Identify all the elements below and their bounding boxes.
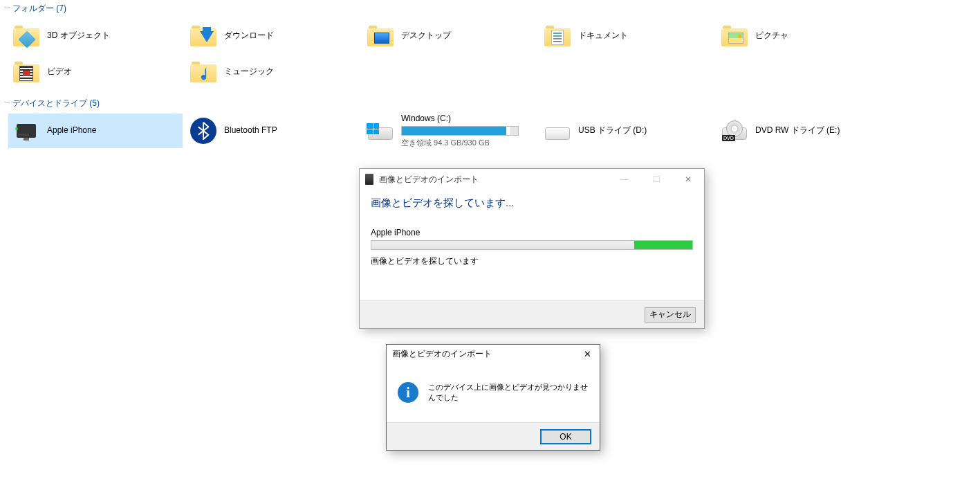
folder-3d-objects[interactable]: 3D オブジェクト xyxy=(8,19,183,53)
folder-icon xyxy=(11,57,41,87)
dialog-title: 画像とビデオのインポート xyxy=(392,348,492,360)
import-dialog: 画像とビデオのインポート ― ☐ ✕ 画像とビデオを探しています... Appl… xyxy=(359,168,705,329)
folder-documents[interactable]: ドキュメント xyxy=(539,19,714,53)
info-icon: i xyxy=(398,382,418,403)
folder-label: ミュージック xyxy=(224,66,274,78)
close-button[interactable]: ✕ xyxy=(672,169,704,190)
folder-label: 3D オブジェクト xyxy=(47,30,110,42)
storage-bar xyxy=(401,126,519,136)
folder-icon xyxy=(188,21,219,51)
drive-windows-c[interactable]: Windows (C:) 空き領域 94.3 GB/930 GB xyxy=(362,114,537,148)
folder-pictures[interactable]: ピクチャ xyxy=(716,19,891,53)
folder-label: ダウンロード xyxy=(224,30,274,42)
folder-label: ビデオ xyxy=(47,66,72,78)
section-title: フォルダー (7) xyxy=(12,3,66,15)
device-name: Apple iPhone xyxy=(371,228,693,237)
folder-desktop[interactable]: デスクトップ xyxy=(362,19,537,53)
drive-label: Bluetooth FTP xyxy=(224,125,277,136)
section-header-drives[interactable]: ﹀ デバイスとドライブ (5) xyxy=(0,95,980,114)
folder-videos[interactable]: ビデオ xyxy=(8,55,183,89)
folder-label: ピクチャ xyxy=(755,30,788,42)
status-text: 画像とビデオを探しています xyxy=(371,255,693,267)
bluetooth-icon xyxy=(188,116,219,146)
drive-icon xyxy=(542,116,573,146)
drive-label: DVD RW ドライブ (E:) xyxy=(755,125,840,136)
folder-music[interactable]: ミュージック xyxy=(185,55,360,89)
chevron-down-icon: ﹀ xyxy=(4,4,11,13)
drives-grid: Apple iPhone Bluetooth FTP Windows (C:) … xyxy=(0,114,980,154)
drive-space: 空き領域 94.3 GB/930 GB xyxy=(401,138,519,148)
drive-label: Apple iPhone xyxy=(47,125,96,136)
drive-bluetooth-ftp[interactable]: Bluetooth FTP xyxy=(185,114,360,148)
phone-icon xyxy=(365,174,373,185)
drive-icon: DVD xyxy=(719,116,750,146)
chevron-down-icon: ﹀ xyxy=(4,99,11,108)
dialog-footer: キャンセル xyxy=(360,300,704,328)
folder-icon xyxy=(542,21,573,51)
progress-bar xyxy=(371,240,693,250)
folder-icon xyxy=(719,21,750,51)
maximize-button: ☐ xyxy=(640,169,672,190)
drive-dvd-e[interactable]: DVD DVD RW ドライブ (E:) xyxy=(716,114,891,148)
device-icon xyxy=(11,116,41,146)
minimize-button[interactable]: ― xyxy=(609,169,640,190)
dialog-title: 画像とビデオのインポート xyxy=(379,174,479,186)
drive-apple-iphone[interactable]: Apple iPhone xyxy=(8,114,183,148)
cancel-button[interactable]: キャンセル xyxy=(645,307,696,323)
section-title: デバイスとドライブ (5) xyxy=(12,98,100,109)
folder-label: ドキュメント xyxy=(578,30,628,42)
folder-icon xyxy=(365,21,396,51)
section-header-folders[interactable]: ﹀ フォルダー (7) xyxy=(0,0,980,19)
dialog-titlebar[interactable]: 画像とビデオのインポート ✕ xyxy=(387,345,600,364)
dialog-footer: OK xyxy=(387,422,600,450)
drive-name: Windows (C:) xyxy=(401,114,519,123)
folder-label: デスクトップ xyxy=(401,30,451,42)
folders-grid: 3D オブジェクト ダウンロード デスクトップ ドキュメント ピクチャ ビデオ xyxy=(0,19,980,95)
close-button[interactable]: ✕ xyxy=(577,346,597,363)
folder-icon xyxy=(188,57,219,87)
drive-icon xyxy=(365,116,396,146)
message-text: このデバイス上に画像とビデオが見つかりませんでした xyxy=(428,382,589,403)
drive-usb-d[interactable]: USB ドライブ (D:) xyxy=(539,114,714,148)
folder-downloads[interactable]: ダウンロード xyxy=(185,19,360,53)
ok-button[interactable]: OK xyxy=(540,429,591,444)
message-dialog: 画像とビデオのインポート ✕ i このデバイス上に画像とビデオが見つかりませんで… xyxy=(386,344,600,451)
dialog-titlebar[interactable]: 画像とビデオのインポート ― ☐ ✕ xyxy=(360,169,704,190)
folder-icon xyxy=(11,21,41,51)
dialog-heading: 画像とビデオを探しています... xyxy=(371,197,693,210)
drive-label: USB ドライブ (D:) xyxy=(578,125,647,136)
